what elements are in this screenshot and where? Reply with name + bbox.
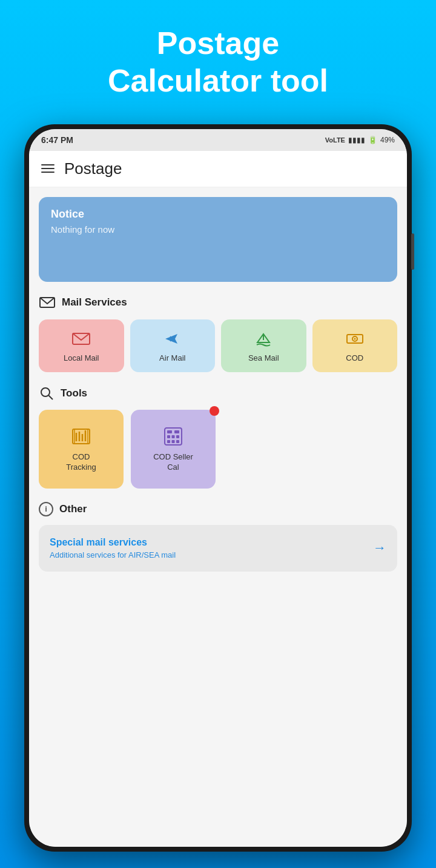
status-bar: 6:47 PM VoLTE ▮▮▮▮ 🔋 49% — [29, 129, 407, 151]
phone-frame: 6:47 PM VoLTE ▮▮▮▮ 🔋 49% Postage Notice … — [24, 124, 412, 852]
cod-icon — [345, 329, 365, 349]
svg-rect-22 — [172, 440, 175, 443]
air-mail-card[interactable]: Air Mail — [130, 319, 216, 372]
svg-point-6 — [41, 388, 50, 396]
svg-rect-21 — [167, 440, 170, 443]
svg-point-5 — [354, 338, 355, 339]
cod-seller-cal-card[interactable]: COD SellerCal — [131, 410, 216, 489]
cod-seller-icon — [162, 426, 184, 447]
battery-icon: 🔋 — [368, 136, 377, 144]
cod-tracking-icon — [70, 426, 92, 447]
other-section: i Other Special mail services Additional… — [39, 502, 397, 572]
hamburger-menu-button[interactable] — [41, 164, 54, 173]
sea-mail-label: Sea Mail — [248, 353, 279, 362]
svg-rect-17 — [174, 430, 179, 433]
other-header: i Other — [39, 502, 397, 516]
tools-title: Tools — [61, 387, 87, 399]
notice-body: Nothing for now — [51, 224, 385, 235]
app-header: Postage — [29, 151, 407, 187]
air-mail-icon — [163, 329, 182, 349]
svg-rect-23 — [176, 440, 179, 443]
local-mail-icon — [71, 329, 91, 349]
app-title: Postage — [64, 159, 122, 178]
cod-tracking-card[interactable]: CODTracking — [39, 410, 124, 489]
tools-header: Tools — [39, 386, 397, 401]
status-time: 6:47 PM — [41, 135, 73, 145]
special-services-card[interactable]: Special mail services Additional service… — [39, 525, 397, 572]
special-services-subtitle: Additional services for AIR/SEA mail — [50, 550, 176, 559]
lte-icon: VoLTE — [325, 136, 345, 144]
sea-mail-card[interactable]: Sea Mail — [221, 319, 306, 372]
main-content: Notice Nothing for now Mail Services Lo — [29, 187, 407, 847]
arrow-right-icon: → — [373, 540, 386, 556]
svg-rect-16 — [167, 430, 172, 433]
mail-services-header: Mail Services — [39, 294, 397, 311]
tools-grid: CODTracking COD SellerCal — [39, 410, 397, 489]
cod-mail-label: COD — [346, 353, 363, 362]
mail-services-title: Mail Services — [62, 296, 127, 309]
notification-badge — [210, 406, 219, 416]
svg-rect-2 — [263, 334, 264, 340]
status-icons: VoLTE ▮▮▮▮ 🔋 49% — [325, 136, 395, 144]
special-services-text: Special mail services Additional service… — [50, 537, 176, 559]
svg-line-7 — [49, 395, 53, 399]
signal-icon: ▮▮▮▮ — [348, 136, 365, 144]
local-mail-card[interactable]: Local Mail — [39, 319, 124, 372]
mail-services-grid: Local Mail Air Mail — [39, 319, 397, 372]
tools-search-icon — [39, 386, 54, 401]
hero-title: PostageCalculator tool — [108, 24, 328, 100]
special-services-title: Special mail services — [50, 537, 176, 548]
other-info-icon: i — [39, 502, 53, 516]
svg-rect-18 — [167, 435, 170, 438]
cod-tracking-label: CODTracking — [66, 452, 96, 473]
svg-rect-20 — [176, 435, 179, 438]
local-mail-label: Local Mail — [64, 353, 99, 362]
air-mail-label: Air Mail — [159, 353, 185, 362]
svg-rect-8 — [73, 429, 90, 444]
sea-mail-icon — [254, 329, 273, 349]
notice-title: Notice — [51, 208, 385, 221]
other-title: Other — [59, 503, 87, 515]
svg-rect-19 — [172, 435, 175, 438]
cod-card[interactable]: COD — [312, 319, 398, 372]
notice-card: Notice Nothing for now — [39, 197, 397, 282]
cod-seller-cal-label: COD SellerCal — [153, 452, 193, 473]
battery-percent: 49% — [380, 136, 395, 144]
mail-services-icon — [39, 294, 56, 311]
